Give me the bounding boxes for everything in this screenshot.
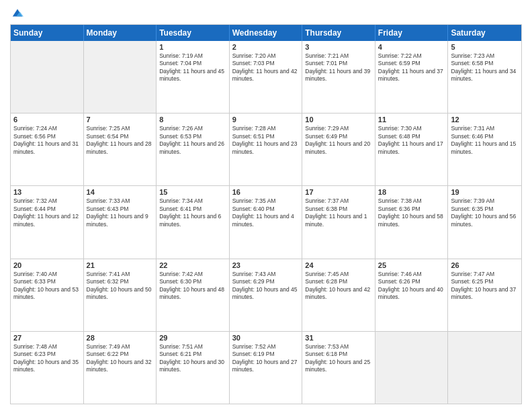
day-number: 28 <box>87 334 154 342</box>
cell-text: Sunrise: 7:20 AM Sunset: 7:03 PM Dayligh… <box>232 52 300 83</box>
day-number: 21 <box>87 261 154 269</box>
calendar-week-row: 13Sunrise: 7:32 AM Sunset: 6:44 PM Dayli… <box>11 185 521 258</box>
cell-text: Sunrise: 7:40 AM Sunset: 6:33 PM Dayligh… <box>13 271 81 302</box>
page: SundayMondayTuesdayWednesdayThursdayFrid… <box>0 0 532 411</box>
day-number: 14 <box>87 188 154 196</box>
calendar-cell: 26Sunrise: 7:47 AM Sunset: 6:25 PM Dayli… <box>448 259 521 331</box>
calendar-cell: 3Sunrise: 7:21 AM Sunset: 7:01 PM Daylig… <box>302 41 375 113</box>
day-number: 12 <box>451 116 519 124</box>
day-number: 20 <box>13 261 81 269</box>
cell-text: Sunrise: 7:28 AM Sunset: 6:51 PM Dayligh… <box>232 125 300 156</box>
calendar-cell: 19Sunrise: 7:39 AM Sunset: 6:35 PM Dayli… <box>448 186 521 258</box>
cell-text: Sunrise: 7:30 AM Sunset: 6:48 PM Dayligh… <box>378 125 445 156</box>
cell-text: Sunrise: 7:47 AM Sunset: 6:25 PM Dayligh… <box>451 271 519 302</box>
calendar-cell: 13Sunrise: 7:32 AM Sunset: 6:44 PM Dayli… <box>11 186 84 258</box>
calendar-week-row: 27Sunrise: 7:48 AM Sunset: 6:23 PM Dayli… <box>11 331 521 404</box>
cell-text: Sunrise: 7:43 AM Sunset: 6:29 PM Dayligh… <box>232 271 300 302</box>
day-number: 10 <box>305 116 372 124</box>
cell-text: Sunrise: 7:25 AM Sunset: 6:54 PM Dayligh… <box>87 125 154 156</box>
day-number: 24 <box>305 261 372 269</box>
day-number: 30 <box>232 334 300 342</box>
day-number: 3 <box>305 43 372 51</box>
calendar-cell: 1Sunrise: 7:19 AM Sunset: 7:04 PM Daylig… <box>157 41 230 113</box>
day-number: 19 <box>451 188 519 196</box>
cell-text: Sunrise: 7:45 AM Sunset: 6:28 PM Dayligh… <box>305 271 372 302</box>
day-number: 1 <box>159 43 226 51</box>
calendar-body: 1Sunrise: 7:19 AM Sunset: 7:04 PM Daylig… <box>11 41 521 404</box>
calendar-cell: 16Sunrise: 7:35 AM Sunset: 6:40 PM Dayli… <box>230 186 303 258</box>
day-number: 18 <box>378 188 445 196</box>
cell-text: Sunrise: 7:24 AM Sunset: 6:56 PM Dayligh… <box>13 125 81 156</box>
calendar-cell <box>84 41 157 113</box>
calendar-cell: 22Sunrise: 7:42 AM Sunset: 6:30 PM Dayli… <box>157 259 230 331</box>
calendar-cell: 11Sunrise: 7:30 AM Sunset: 6:48 PM Dayli… <box>375 113 449 185</box>
calendar-cell: 30Sunrise: 7:52 AM Sunset: 6:19 PM Dayli… <box>230 332 303 404</box>
calendar-cell <box>11 41 84 113</box>
calendar-header-cell: Saturday <box>448 25 521 41</box>
calendar-cell: 14Sunrise: 7:33 AM Sunset: 6:43 PM Dayli… <box>84 186 157 258</box>
day-number: 6 <box>13 116 81 124</box>
day-number: 11 <box>378 116 445 124</box>
calendar-header-cell: Friday <box>375 25 449 41</box>
calendar: SundayMondayTuesdayWednesdayThursdayFrid… <box>10 24 522 404</box>
cell-text: Sunrise: 7:41 AM Sunset: 6:32 PM Dayligh… <box>87 271 154 302</box>
calendar-cell: 10Sunrise: 7:29 AM Sunset: 6:49 PM Dayli… <box>302 113 375 185</box>
calendar-week-row: 1Sunrise: 7:19 AM Sunset: 7:04 PM Daylig… <box>11 41 521 113</box>
cell-text: Sunrise: 7:35 AM Sunset: 6:40 PM Dayligh… <box>232 197 300 228</box>
calendar-header-cell: Tuesday <box>157 25 230 41</box>
day-number: 25 <box>378 261 445 269</box>
calendar-header-cell: Monday <box>84 25 157 41</box>
calendar-cell: 7Sunrise: 7:25 AM Sunset: 6:54 PM Daylig… <box>84 113 157 185</box>
logo-icon <box>11 7 24 19</box>
cell-text: Sunrise: 7:21 AM Sunset: 7:01 PM Dayligh… <box>305 52 372 83</box>
day-number: 4 <box>378 43 445 51</box>
calendar-cell: 18Sunrise: 7:38 AM Sunset: 6:36 PM Dayli… <box>375 186 449 258</box>
cell-text: Sunrise: 7:49 AM Sunset: 6:22 PM Dayligh… <box>87 343 154 374</box>
day-number: 27 <box>13 334 81 342</box>
calendar-cell: 5Sunrise: 7:23 AM Sunset: 6:58 PM Daylig… <box>448 41 521 113</box>
calendar-cell: 27Sunrise: 7:48 AM Sunset: 6:23 PM Dayli… <box>11 332 84 404</box>
logo <box>10 7 24 19</box>
day-number: 7 <box>87 116 154 124</box>
cell-text: Sunrise: 7:33 AM Sunset: 6:43 PM Dayligh… <box>87 197 154 228</box>
calendar-cell <box>375 332 449 404</box>
cell-text: Sunrise: 7:52 AM Sunset: 6:19 PM Dayligh… <box>232 343 300 374</box>
day-number: 5 <box>451 43 519 51</box>
day-number: 17 <box>305 188 372 196</box>
cell-text: Sunrise: 7:37 AM Sunset: 6:38 PM Dayligh… <box>305 197 372 228</box>
calendar-cell: 23Sunrise: 7:43 AM Sunset: 6:29 PM Dayli… <box>230 259 303 331</box>
calendar-cell: 29Sunrise: 7:51 AM Sunset: 6:21 PM Dayli… <box>157 332 230 404</box>
cell-text: Sunrise: 7:23 AM Sunset: 6:58 PM Dayligh… <box>451 52 519 83</box>
calendar-cell: 17Sunrise: 7:37 AM Sunset: 6:38 PM Dayli… <box>302 186 375 258</box>
calendar-week-row: 6Sunrise: 7:24 AM Sunset: 6:56 PM Daylig… <box>11 113 521 185</box>
cell-text: Sunrise: 7:42 AM Sunset: 6:30 PM Dayligh… <box>159 271 226 302</box>
calendar-cell: 9Sunrise: 7:28 AM Sunset: 6:51 PM Daylig… <box>230 113 303 185</box>
calendar-cell: 28Sunrise: 7:49 AM Sunset: 6:22 PM Dayli… <box>84 332 157 404</box>
day-number: 31 <box>305 334 372 342</box>
cell-text: Sunrise: 7:51 AM Sunset: 6:21 PM Dayligh… <box>159 343 226 374</box>
cell-text: Sunrise: 7:32 AM Sunset: 6:44 PM Dayligh… <box>13 197 81 228</box>
calendar-cell: 12Sunrise: 7:31 AM Sunset: 6:46 PM Dayli… <box>448 113 521 185</box>
cell-text: Sunrise: 7:29 AM Sunset: 6:49 PM Dayligh… <box>305 125 372 156</box>
cell-text: Sunrise: 7:34 AM Sunset: 6:41 PM Dayligh… <box>159 197 226 228</box>
cell-text: Sunrise: 7:39 AM Sunset: 6:35 PM Dayligh… <box>451 197 519 228</box>
calendar-cell: 31Sunrise: 7:53 AM Sunset: 6:18 PM Dayli… <box>302 332 375 404</box>
day-number: 16 <box>232 188 300 196</box>
cell-text: Sunrise: 7:22 AM Sunset: 6:59 PM Dayligh… <box>378 52 445 83</box>
calendar-cell: 21Sunrise: 7:41 AM Sunset: 6:32 PM Dayli… <box>84 259 157 331</box>
calendar-cell: 6Sunrise: 7:24 AM Sunset: 6:56 PM Daylig… <box>11 113 84 185</box>
day-number: 13 <box>13 188 81 196</box>
day-number: 2 <box>232 43 300 51</box>
calendar-cell: 15Sunrise: 7:34 AM Sunset: 6:41 PM Dayli… <box>157 186 230 258</box>
calendar-header-cell: Wednesday <box>230 25 303 41</box>
day-number: 22 <box>159 261 226 269</box>
calendar-cell: 24Sunrise: 7:45 AM Sunset: 6:28 PM Dayli… <box>302 259 375 331</box>
cell-text: Sunrise: 7:31 AM Sunset: 6:46 PM Dayligh… <box>451 125 519 156</box>
day-number: 29 <box>159 334 226 342</box>
cell-text: Sunrise: 7:53 AM Sunset: 6:18 PM Dayligh… <box>305 343 372 374</box>
calendar-header: SundayMondayTuesdayWednesdayThursdayFrid… <box>11 25 521 41</box>
cell-text: Sunrise: 7:26 AM Sunset: 6:53 PM Dayligh… <box>159 125 226 156</box>
day-number: 23 <box>232 261 300 269</box>
cell-text: Sunrise: 7:19 AM Sunset: 7:04 PM Dayligh… <box>159 52 226 83</box>
day-number: 26 <box>451 261 519 269</box>
